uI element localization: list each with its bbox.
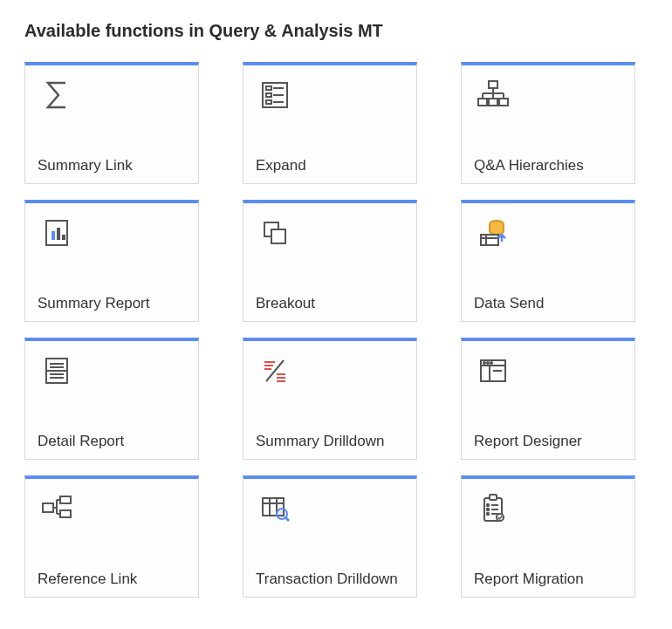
card-detail-report[interactable]: Detail Report	[24, 338, 199, 460]
transaction-drill-icon	[256, 489, 294, 528]
card-label: Transaction Drilldown	[256, 570, 404, 588]
svg-rect-7	[489, 81, 497, 88]
svg-rect-48	[60, 510, 71, 517]
svg-rect-23	[481, 235, 498, 245]
svg-rect-21	[271, 229, 285, 243]
svg-rect-14	[489, 99, 497, 106]
reference-link-icon	[38, 489, 76, 528]
svg-rect-5	[266, 100, 271, 104]
svg-rect-19	[62, 235, 65, 240]
svg-rect-17	[51, 231, 55, 240]
card-transaction-drilldown[interactable]: Transaction Drilldown	[243, 475, 417, 598]
card-label: Summary Drilldown	[256, 432, 404, 450]
card-summary-report[interactable]: Summary Report	[24, 200, 199, 322]
svg-point-42	[487, 362, 489, 364]
data-send-icon	[474, 214, 512, 252]
svg-line-58	[285, 517, 289, 521]
svg-point-61	[487, 504, 489, 506]
expand-form-icon	[256, 76, 294, 114]
svg-rect-18	[57, 228, 60, 240]
sigma-icon	[38, 76, 76, 114]
card-summary-link[interactable]: Summary Link	[24, 62, 199, 184]
card-qa-hierarchies[interactable]: Q&A Hierarchies	[461, 62, 635, 184]
card-label: Report Designer	[474, 432, 622, 450]
breakout-squares-icon	[256, 214, 294, 252]
card-label: Report Migration	[474, 570, 622, 588]
card-reference-link[interactable]: Reference Link	[24, 475, 199, 598]
function-grid: Summary Link Expand	[24, 62, 648, 598]
chart-doc-icon	[38, 214, 76, 252]
card-label: Reference Link	[38, 570, 186, 588]
card-report-migration[interactable]: Report Migration	[461, 475, 635, 598]
svg-rect-3	[266, 93, 271, 97]
card-report-designer[interactable]: Report Designer	[461, 338, 635, 460]
card-label: Summary Link	[38, 156, 186, 174]
page-title: Available functions in Query & Analysis …	[24, 21, 648, 41]
card-label: Breakout	[256, 294, 404, 312]
hierarchy-icon	[474, 76, 512, 114]
svg-point-63	[487, 509, 489, 510]
svg-point-43	[490, 362, 492, 364]
card-label: Expand	[256, 156, 404, 174]
report-migration-icon	[474, 489, 512, 528]
card-label: Detail Report	[38, 432, 186, 450]
card-label: Summary Report	[38, 294, 186, 312]
report-designer-icon	[474, 352, 512, 390]
summary-drill-icon	[256, 352, 294, 390]
card-label: Q&A Hierarchies	[474, 156, 622, 174]
detail-list-icon	[38, 352, 76, 390]
svg-point-65	[487, 513, 489, 515]
svg-rect-1	[266, 86, 271, 90]
svg-rect-47	[60, 496, 71, 503]
svg-rect-15	[499, 99, 508, 106]
card-expand[interactable]: Expand	[243, 62, 417, 184]
card-summary-drilldown[interactable]: Summary Drilldown	[243, 338, 417, 460]
svg-rect-13	[478, 99, 487, 106]
page: Available functions in Query & Analysis …	[0, 0, 672, 619]
svg-rect-46	[43, 503, 53, 512]
svg-rect-60	[490, 495, 497, 500]
card-label: Data Send	[474, 294, 622, 312]
card-breakout[interactable]: Breakout	[243, 200, 417, 322]
svg-point-41	[483, 362, 485, 364]
card-data-send[interactable]: Data Send	[461, 200, 635, 322]
